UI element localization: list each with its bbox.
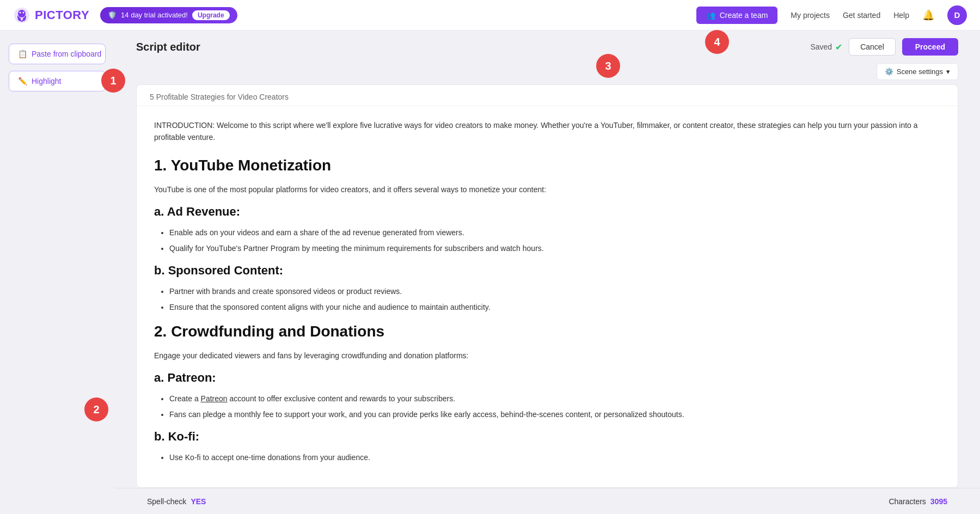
svg-point-2: [20, 11, 21, 13]
editor-header: Script editor Saved ✔ Cancel Proceed: [114, 30, 980, 61]
paste-from-clipboard-button[interactable]: 📋 Paste from clipboard: [9, 44, 106, 64]
bullets-ad-revenue: Enable ads on your videos and earn a sha…: [154, 227, 940, 254]
nav-right: 👥 Create a team My projects Get started …: [696, 5, 967, 25]
main-layout: 📋 Paste from clipboard ✏️ Highlight Scri…: [0, 30, 980, 514]
help-link[interactable]: Help: [893, 11, 909, 20]
spell-check-value[interactable]: YES: [191, 497, 206, 506]
script-title-bar: 5 Profitable Strategies for Video Creato…: [137, 85, 958, 106]
team-icon: 👥: [706, 11, 715, 20]
cancel-button[interactable]: Cancel: [849, 38, 896, 56]
chevron-down-icon: ▾: [946, 68, 950, 76]
bullets-sponsored: Partner with brands and create sponsored…: [154, 285, 940, 313]
spell-check-area: Spell-check YES: [147, 497, 206, 506]
bullets-patreon: Create a Patreon account to offer exclus…: [154, 393, 940, 420]
top-navigation: PICTORY 🛡️ 14 day trial activated! Upgra…: [0, 0, 980, 30]
proceed-button[interactable]: Proceed: [902, 38, 958, 56]
patreon-link: Patreon: [201, 394, 228, 403]
trial-label: 14 day trial activated!: [121, 11, 188, 19]
avatar[interactable]: D: [947, 5, 967, 25]
content-area: Script editor Saved ✔ Cancel Proceed ⚙️ …: [114, 30, 980, 514]
heading-patreon: a. Patreon:: [154, 368, 940, 387]
heading-kofi: b. Ko-fi:: [154, 427, 940, 446]
saved-badge: Saved ✔: [810, 42, 842, 52]
scene-settings-bar: ⚙️ Scene settings ▾: [114, 61, 980, 84]
brand-name: PICTORY: [35, 8, 89, 22]
upgrade-button[interactable]: Upgrade: [192, 10, 230, 20]
get-started-link[interactable]: Get started: [843, 11, 880, 20]
clipboard-icon: 📋: [18, 50, 27, 58]
script-content[interactable]: INTRODUCTION: Welcome to this script whe…: [137, 106, 958, 487]
bottom-bar: Spell-check YES Characters 3095: [114, 488, 980, 514]
left-sidebar: 📋 Paste from clipboard ✏️ Highlight: [0, 30, 114, 514]
list-item: Ensure that the sponsored content aligns…: [169, 301, 940, 313]
heading-youtube-monetization: 1. YouTube Monetization: [154, 154, 940, 178]
heading-crowdfunding: 2. Crowdfunding and Donations: [154, 320, 940, 344]
nav-left: PICTORY 🛡️ 14 day trial activated! Upgra…: [13, 7, 237, 24]
svg-point-3: [23, 11, 24, 13]
check-icon: ✔: [835, 42, 842, 52]
my-projects-link[interactable]: My projects: [791, 11, 830, 20]
list-item: Create a Patreon account to offer exclus…: [169, 393, 940, 405]
list-item: Enable ads on your videos and earn a sha…: [169, 227, 940, 238]
bullets-kofi: Use Ko-fi to accept one-time donations f…: [154, 451, 940, 463]
script-title: 5 Profitable Strategies for Video Creato…: [150, 93, 289, 101]
editor-actions: Saved ✔ Cancel Proceed: [810, 38, 958, 56]
saved-label: Saved: [810, 42, 832, 51]
char-count-area: Characters 3095: [889, 497, 947, 506]
spell-check-label: Spell-check: [147, 497, 186, 506]
scene-settings-button[interactable]: ⚙️ Scene settings ▾: [877, 63, 958, 80]
trial-badge: 🛡️ 14 day trial activated! Upgrade: [100, 7, 237, 23]
gear-icon: ⚙️: [885, 68, 893, 76]
script-box: 5 Profitable Strategies for Video Creato…: [136, 84, 958, 488]
script-editor-wrapper: 5 Profitable Strategies for Video Creato…: [114, 84, 980, 488]
body-crowdfunding: Engage your dedicated viewers and fans b…: [154, 350, 940, 362]
trial-icon: 🛡️: [108, 11, 117, 19]
notifications-button[interactable]: 🔔: [922, 9, 934, 21]
list-item: Qualify for YouTube's Partner Program by…: [169, 242, 940, 254]
list-item: Partner with brands and create sponsored…: [169, 285, 940, 297]
logo[interactable]: PICTORY: [13, 7, 89, 24]
create-team-button[interactable]: 👥 Create a team: [696, 7, 778, 24]
characters-value: 3095: [930, 497, 947, 506]
list-item: Use Ko-fi to accept one-time donations f…: [169, 451, 940, 463]
heading-ad-revenue: a. Ad Revenue:: [154, 202, 940, 221]
highlight-button[interactable]: ✏️ Highlight: [9, 71, 106, 91]
page-title: Script editor: [136, 41, 200, 53]
intro-paragraph: INTRODUCTION: Welcome to this script whe…: [154, 119, 940, 144]
characters-label: Characters: [889, 497, 926, 506]
body-youtube: YouTube is one of the most popular platf…: [154, 183, 940, 195]
heading-sponsored-content: b. Sponsored Content:: [154, 261, 940, 280]
logo-icon: [13, 7, 30, 24]
highlight-icon: ✏️: [18, 77, 27, 85]
svg-point-1: [18, 10, 26, 17]
list-item: Fans can pledge a monthly fee to support…: [169, 408, 940, 420]
